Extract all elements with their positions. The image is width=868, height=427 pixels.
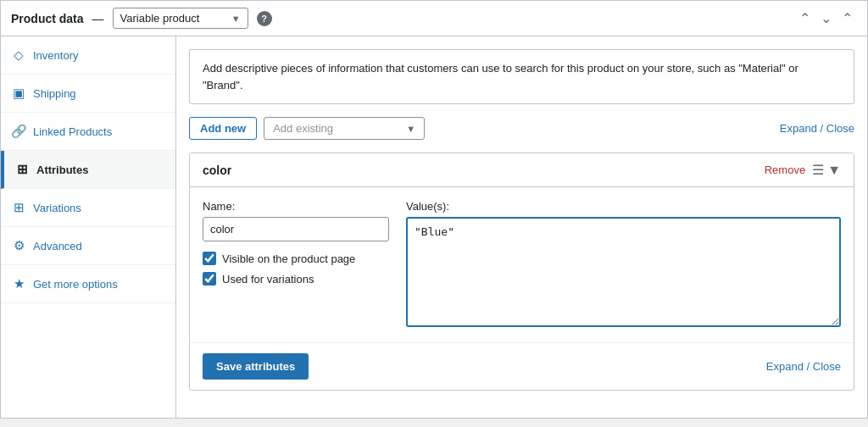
get-more-options-icon: ★ — [11, 276, 26, 291]
product-type-select[interactable]: Variable product ▼ — [113, 8, 248, 29]
shipping-icon: ▣ — [11, 86, 26, 101]
values-field-label: Value(s): — [406, 200, 841, 213]
save-attributes-button[interactable]: Save attributes — [203, 353, 309, 380]
description-box: Add descriptive pieces of information th… — [189, 49, 854, 104]
visible-on-page-label[interactable]: Visible on the product page — [222, 252, 355, 265]
expand-close-top-link[interactable]: Expand / Close — [780, 122, 854, 135]
sidebar-item-get-more-options-label: Get more options — [33, 278, 118, 291]
attribute-card-header: color Remove ☰ ▼ — [190, 153, 854, 187]
linked-products-icon: 🔗 — [11, 124, 26, 139]
sidebar-item-get-more-options[interactable]: ★ Get more options — [1, 265, 175, 303]
attribute-name-input[interactable] — [203, 217, 389, 241]
used-for-variations-label[interactable]: Used for variations — [222, 273, 314, 286]
attribute-right-panel: Value(s): "Blue" — [406, 200, 841, 330]
attribute-card: color Remove ☰ ▼ Name: Visible on the pr… — [189, 152, 854, 391]
product-data-body: ◇ Inventory ▣ Shipping 🔗 Linked Products… — [1, 36, 867, 418]
sidebar-item-linked-products[interactable]: 🔗 Linked Products — [1, 113, 175, 151]
used-for-variations-row: Used for variations — [203, 272, 389, 286]
collapse-down-button[interactable]: ⌄ — [816, 8, 836, 28]
expand-close-bottom-link[interactable]: Expand / Close — [766, 360, 841, 373]
sidebar-item-shipping-label: Shipping — [33, 87, 76, 100]
add-existing-select[interactable]: Add existing ▼ — [264, 117, 425, 140]
sidebar-item-inventory[interactable]: ◇ Inventory — [1, 36, 175, 75]
product-data-title: Product data — [11, 12, 84, 25]
name-field-label: Name: — [203, 200, 389, 213]
toggle-icon[interactable]: ▼ — [827, 163, 841, 178]
attribute-fields: Name: Visible on the product page Used f… — [190, 187, 854, 342]
product-type-chevron: ▼ — [231, 14, 241, 24]
sidebar-item-inventory-label: Inventory — [33, 49, 78, 62]
product-type-label: Variable product — [120, 12, 226, 25]
add-new-button[interactable]: Add new — [189, 117, 257, 140]
visible-on-page-checkbox[interactable] — [203, 252, 216, 265]
visible-on-page-row: Visible on the product page — [203, 252, 389, 265]
main-content: Add descriptive pieces of information th… — [176, 36, 867, 418]
sidebar-item-shipping[interactable]: ▣ Shipping — [1, 75, 175, 113]
add-attribute-row: Add new Add existing ▼ Expand / Close — [189, 117, 854, 140]
sidebar-item-linked-products-label: Linked Products — [33, 125, 112, 138]
expand-button[interactable]: ⌃ — [837, 8, 857, 28]
collapse-up-button[interactable]: ⌃ — [795, 8, 815, 28]
sidebar-item-variations[interactable]: ⊞ Variations — [1, 189, 175, 227]
description-text: Add descriptive pieces of information th… — [203, 62, 798, 92]
advanced-icon: ⚙ — [11, 238, 26, 253]
header-dash: — — [92, 12, 104, 25]
sidebar-item-variations-label: Variations — [33, 202, 81, 214]
sidebar-item-advanced[interactable]: ⚙ Advanced — [1, 227, 175, 265]
attribute-card-icons: ☰ ▼ — [812, 162, 841, 178]
sidebar: ◇ Inventory ▣ Shipping 🔗 Linked Products… — [1, 36, 176, 418]
inventory-icon: ◇ — [11, 47, 26, 63]
attribute-footer: Save attributes Expand / Close — [190, 342, 854, 390]
attributes-icon: ⊞ — [14, 162, 30, 177]
product-data-header: Product data — Variable product ▼ ? ⌃ ⌄ … — [1, 1, 867, 36]
remove-attribute-link[interactable]: Remove — [765, 164, 805, 176]
sidebar-item-attributes-label: Attributes — [36, 164, 88, 176]
header-controls: ⌃ ⌄ ⌃ — [795, 8, 857, 28]
sidebar-item-attributes[interactable]: ⊞ Attributes — [1, 151, 175, 189]
reorder-icon[interactable]: ☰ — [812, 162, 824, 178]
attribute-left-panel: Name: Visible on the product page Used f… — [203, 200, 389, 330]
variations-icon: ⊞ — [11, 200, 26, 215]
used-for-variations-checkbox[interactable] — [203, 272, 216, 286]
sidebar-item-advanced-label: Advanced — [33, 240, 82, 252]
attribute-name: color — [203, 164, 765, 177]
add-existing-chevron: ▼ — [406, 124, 415, 134]
help-icon[interactable]: ? — [257, 11, 272, 26]
values-textarea[interactable]: "Blue" — [406, 217, 841, 327]
add-existing-placeholder: Add existing — [273, 122, 333, 135]
